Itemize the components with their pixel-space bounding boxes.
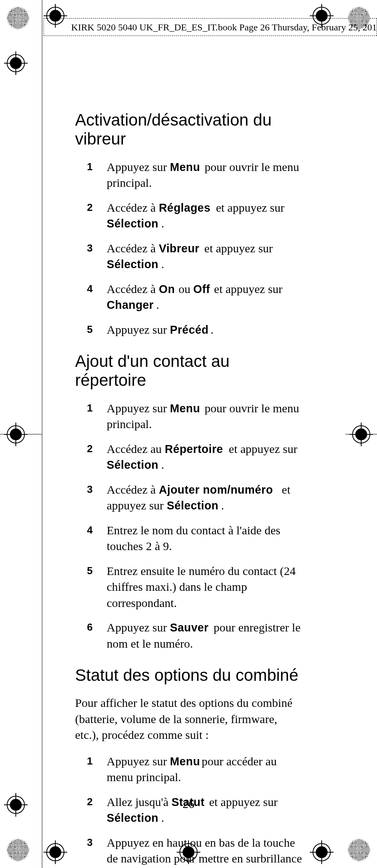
section-intro: Pour afficher le statut des options du c… [75, 695, 302, 743]
ui-label: Sélection [167, 498, 219, 514]
ui-label: Menu [170, 753, 200, 770]
ui-label: Sélection [107, 457, 158, 473]
document-header: KIRK 5020 5040 UK_FR_DE_ES_IT.book Page … [71, 22, 377, 33]
step-item: Appuyez sur Menu pour ouvrir le menu pri… [87, 159, 302, 191]
ui-label: Précéd [170, 322, 209, 338]
ui-label: Sélection [107, 810, 158, 826]
page-number: 26 [0, 797, 377, 811]
step-item: Appuyez sur Menupour accéder au menu pri… [87, 753, 302, 785]
ui-label: Sélection [107, 216, 158, 232]
step-item: Appuyez sur Sauver pour enregistrer le n… [87, 620, 302, 652]
step-item: Entrez le nom du contact à l'aide des to… [87, 522, 302, 554]
ui-label: Vibreur [159, 240, 200, 257]
ui-label: Sauver [170, 620, 209, 636]
registration-mark-icon [4, 423, 28, 446]
ui-label: Réglages [159, 200, 211, 216]
step-item: Accédez au Répertoire et appuyez sur Sél… [87, 441, 302, 473]
step-list: Appuyez sur Menu pour ouvrir le menu pri… [87, 400, 302, 652]
registration-mark-icon [349, 423, 373, 446]
step-item: Appuyez en haut ou en bas de la touche d… [87, 835, 302, 868]
registration-mark-icon [43, 4, 67, 28]
step-item: Accédez à Vibreur et appuyez sur Sélecti… [87, 240, 302, 272]
ui-label: Menu [170, 159, 200, 175]
crop-line-mid [0, 434, 42, 434]
registration-mark-icon [310, 840, 334, 864]
ui-label: On [159, 281, 175, 297]
step-item: Accédez à Réglages et appuyez sur Sélect… [87, 200, 302, 232]
ui-label: Menu [170, 400, 200, 417]
registration-mark-icon [43, 840, 67, 864]
registration-mark-icon [4, 51, 28, 75]
step-item: Entrez ensuite le numéro du contact (24 … [87, 563, 302, 611]
step-item: Accédez à Ajouter nom/numéro et appuyez … [87, 482, 302, 514]
document-body: Activation/désactivation du vibreurAppuy… [75, 111, 302, 868]
ui-label: Changer [107, 297, 154, 313]
ui-label: Sélection [107, 256, 158, 272]
section-heading: Ajout d'un contact au répertoire [75, 352, 302, 390]
step-item: Appuyez sur Menu pour ouvrir le menu pri… [87, 400, 302, 432]
ui-label: Ajouter nom/numéro [159, 482, 273, 498]
ui-label: Off [193, 281, 210, 297]
step-list: Appuyez sur Menu pour ouvrir le menu pri… [87, 159, 302, 338]
bullseye-icon [348, 839, 370, 861]
bullseye-icon [7, 839, 29, 861]
step-item: Accédez à On ou Off et appuyez sur Chang… [87, 281, 302, 313]
ui-label: Répertoire [165, 441, 223, 457]
section-heading: Activation/désactivation du vibreur [75, 111, 302, 149]
crop-line-mid [345, 434, 377, 434]
crop-line-left [42, 0, 42, 868]
step-item: Appuyez sur Précéd. [87, 322, 302, 338]
bullseye-icon [7, 7, 29, 29]
document-page: KIRK 5020 5040 UK_FR_DE_ES_IT.book Page … [0, 0, 377, 868]
section-heading: Statut des options du combiné [75, 666, 302, 685]
